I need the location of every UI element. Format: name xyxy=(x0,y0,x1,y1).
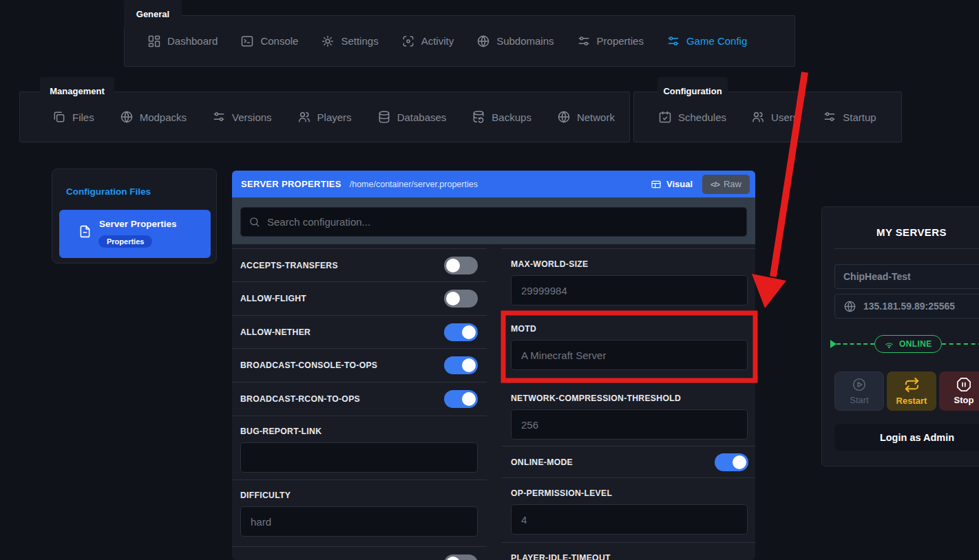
status-row: ONLINE xyxy=(822,335,979,353)
restart-button[interactable]: Restart xyxy=(887,371,936,411)
server-address-field[interactable]: 135.181.59.89:25565 xyxy=(834,294,979,319)
toggle-knob xyxy=(446,292,460,305)
config-files-title: Configuration Files xyxy=(52,169,216,197)
config-file-badge: Properties xyxy=(98,235,152,248)
difficulty-input[interactable] xyxy=(240,506,478,537)
properties-column-right: MAX-WORLD-SIZE MOTD NETWORK-COMPRESSION-… xyxy=(501,248,755,560)
dashboard-icon xyxy=(147,34,161,48)
editor-title: SERVER PROPERTIES xyxy=(241,179,341,189)
stop-button[interactable]: Stop xyxy=(939,371,979,411)
tab-label: Game Config xyxy=(686,35,747,47)
search-band xyxy=(232,197,755,244)
tab-label: Schedules xyxy=(678,111,726,123)
raw-view-button[interactable]: </> Raw xyxy=(702,175,750,194)
my-servers-panel: MY SERVERS ChipHead-Test 135.181.59.89:2… xyxy=(821,206,979,466)
users-icon xyxy=(297,110,311,124)
toggle-knob xyxy=(446,557,460,560)
online-mode-toggle[interactable] xyxy=(715,453,748,471)
property-row-partial xyxy=(232,547,487,560)
partial-toggle[interactable] xyxy=(444,554,478,560)
tab-console[interactable]: Console xyxy=(240,34,298,48)
tab-activity[interactable]: Activity xyxy=(401,34,454,48)
backup-icon xyxy=(472,110,485,124)
database-icon xyxy=(377,110,391,124)
config-file-server-properties[interactable]: Server Properties Properties xyxy=(59,210,211,258)
tab-game-config[interactable]: Game Config xyxy=(666,34,747,48)
tab-dashboard[interactable]: Dashboard xyxy=(147,34,218,48)
tab-label: Console xyxy=(260,35,298,47)
tab-label: Settings xyxy=(341,35,378,47)
network-compression-threshold-input[interactable] xyxy=(511,409,748,440)
tab-files[interactable]: Files xyxy=(52,110,94,124)
property-row-broadcast-console-to-ops: BROADCAST-CONSOLE-TO-OPS xyxy=(232,349,487,383)
general-nav-label: General xyxy=(124,0,182,28)
allow-flight-toggle[interactable] xyxy=(444,290,478,308)
property-row-broadcast-rcon-to-ops: BROADCAST-RCON-TO-OPS xyxy=(232,383,487,416)
property-row-allow-nether: ALLOW-NETHER xyxy=(232,316,487,349)
bug-report-link-input[interactable] xyxy=(240,442,478,473)
annotation-arrow-head xyxy=(752,274,786,308)
property-row-motd: MOTD xyxy=(501,312,755,383)
config-files-panel: Configuration Files Server Properties Pr… xyxy=(52,169,217,263)
management-nav-label: Management xyxy=(40,77,114,105)
search-input[interactable] xyxy=(240,207,747,237)
globe-icon xyxy=(476,34,490,48)
configuration-nav-label: Configuration xyxy=(657,77,728,105)
tab-startup[interactable]: Startup xyxy=(823,110,876,124)
tab-label: Backups xyxy=(492,111,531,123)
tab-users[interactable]: Users xyxy=(751,110,798,124)
property-row-allow-flight: ALLOW-FLIGHT xyxy=(232,282,487,316)
max-world-size-input[interactable] xyxy=(511,275,748,305)
allow-nether-toggle[interactable] xyxy=(444,323,478,341)
globe-icon xyxy=(557,110,571,124)
server-name-field[interactable]: ChipHead-Test xyxy=(834,264,979,289)
tab-versions[interactable]: Versions xyxy=(212,110,272,124)
general-nav: Dashboard Console Settings Activity Subd… xyxy=(124,15,795,67)
tab-label: Versions xyxy=(232,111,272,123)
tab-modpacks[interactable]: Modpacks xyxy=(120,110,187,124)
tab-label: Network xyxy=(577,111,615,123)
tab-label: Activity xyxy=(421,35,454,47)
accepts-transfers-toggle[interactable] xyxy=(444,257,478,274)
tab-subdomains[interactable]: Subdomains xyxy=(476,34,554,48)
toggle-knob xyxy=(733,455,746,469)
property-row-bug-report-link: BUG-REPORT-LINK xyxy=(232,416,487,480)
tab-label: Modpacks xyxy=(140,111,187,123)
motd-input[interactable] xyxy=(511,340,748,370)
tab-network[interactable]: Network xyxy=(557,110,615,124)
toggle-knob xyxy=(446,259,460,272)
tab-properties[interactable]: Properties xyxy=(577,34,644,48)
tab-backups[interactable]: Backups xyxy=(472,110,531,124)
console-icon xyxy=(240,34,254,48)
tab-label: Startup xyxy=(843,111,876,123)
start-button[interactable]: Start xyxy=(834,371,884,411)
property-row-difficulty: DIFFICULTY xyxy=(232,480,487,547)
visual-view-button[interactable]: Visual xyxy=(651,179,693,190)
broadcast-rcon-to-ops-toggle[interactable] xyxy=(444,390,478,408)
tab-databases[interactable]: Databases xyxy=(377,110,447,124)
editor-path: /home/container/server.properties xyxy=(350,180,478,189)
wifi-icon xyxy=(884,339,894,349)
status-badge: ONLINE xyxy=(874,335,942,353)
file-icon xyxy=(78,224,92,239)
tab-label: Files xyxy=(72,111,94,123)
tab-label: Databases xyxy=(397,111,447,123)
tab-settings[interactable]: Settings xyxy=(321,34,378,48)
sliders-icon xyxy=(823,110,836,124)
calendar-check-icon xyxy=(658,110,672,124)
restart-icon xyxy=(904,377,920,393)
op-permission-level-input[interactable] xyxy=(511,504,748,535)
play-circle-icon xyxy=(852,377,867,392)
toggle-knob xyxy=(462,358,476,372)
tab-players[interactable]: Players xyxy=(297,110,352,124)
login-as-admin-button[interactable]: Login as Admin xyxy=(834,424,979,451)
broadcast-console-to-ops-toggle[interactable] xyxy=(444,356,478,374)
toggle-knob xyxy=(462,325,476,339)
tab-schedules[interactable]: Schedules xyxy=(658,110,726,124)
sliders-icon xyxy=(577,34,591,48)
tab-label: Subdomains xyxy=(496,35,554,47)
config-file-name: Server Properties xyxy=(99,219,177,229)
stop-octagon-icon xyxy=(956,377,971,392)
property-row-max-world-size: MAX-WORLD-SIZE xyxy=(501,249,755,312)
server-properties-editor: SERVER PROPERTIES /home/container/server… xyxy=(232,171,755,560)
